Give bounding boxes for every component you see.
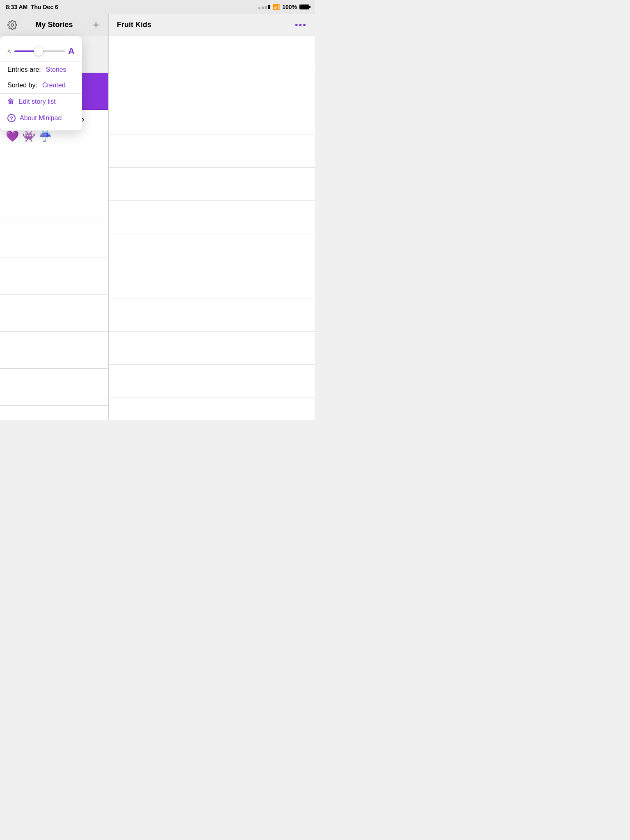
left-panel-title: My Stories [35,21,73,29]
gear-button[interactable] [6,18,19,32]
about-minipad-label: About Minipad [20,114,62,122]
popup-menu: A A Entries are: Stories Sorted by: Crea… [0,36,82,130]
right-header: Fruit Kids ••• [109,14,315,36]
font-small-label: A [7,48,11,55]
more-button[interactable]: ••• [295,20,307,30]
story-row-empty-7[interactable] [0,369,108,406]
story-row-empty-4[interactable] [0,258,108,295]
h-line-6 [109,233,315,233]
story-row-empty-8[interactable] [0,406,108,420]
sorted-by-row[interactable]: Sorted by: Created [0,78,82,93]
sorted-by-label: Sorted by: [7,82,37,89]
entries-value: Stories [46,66,66,73]
left-header: My Stories + [0,14,108,36]
about-minipad-row[interactable]: ? About Minipad [0,110,82,126]
battery-icon [299,5,309,9]
status-time-date: 8:33 AM Thu Dec 6 [6,4,58,10]
story-row-empty-3[interactable] [0,221,108,258]
edit-story-list-row[interactable]: 🗑 Edit story list [0,94,82,110]
app-container: My Stories + o Up s Are There Mysteries?… [0,14,315,420]
sorted-by-value: Created [42,82,66,89]
right-content [109,36,315,420]
trash-icon: 🗑 [7,98,14,106]
h-line-2 [109,102,315,102]
h-line-7 [109,266,315,266]
font-size-slider[interactable] [14,50,65,52]
status-bar: 8:33 AM Thu Dec 6 📶 100% [0,0,315,14]
h-line-10 [109,364,315,365]
entries-label: Entries are: [7,66,41,73]
svg-point-0 [11,24,14,26]
h-line-8 [109,299,315,299]
story-row-empty-2[interactable] [0,184,108,221]
h-line-4 [109,167,315,168]
add-story-button[interactable]: + [89,18,103,32]
story-row-empty-6[interactable] [0,332,108,369]
story-row-empty-5[interactable] [0,295,108,332]
wifi-icon: 📶 [273,4,280,10]
ruled-lines [109,36,315,420]
entries-row[interactable]: Entries are: Stories [0,62,82,78]
font-large-label: A [68,46,75,57]
battery-percent: 100% [282,4,297,10]
mysteries-emojis: 💜 👾 ☔ [6,130,103,143]
slider-thumb[interactable] [34,47,43,56]
edit-story-list-label: Edit story list [18,98,56,105]
right-panel-title: Fruit Kids [117,21,151,29]
h-line-11 [109,397,315,397]
h-line-5 [109,200,315,201]
gear-icon [7,20,17,30]
story-row-empty-1[interactable] [0,147,108,184]
left-panel: My Stories + o Up s Are There Mysteries?… [0,14,109,420]
h-line-9 [109,331,315,332]
signal-icon [258,5,270,9]
status-right-icons: 📶 100% [258,4,309,10]
right-panel: Fruit Kids ••• [109,14,315,420]
h-line-3 [109,135,315,135]
font-size-row[interactable]: A A [0,43,82,62]
h-line-1 [109,69,315,69]
question-icon: ? [7,114,16,122]
